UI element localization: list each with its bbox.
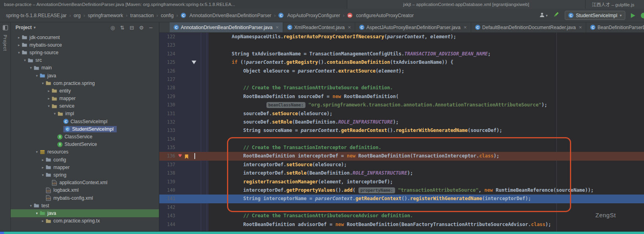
- chevron-down-icon[interactable]: ▾: [34, 211, 39, 215]
- chevron-down-icon[interactable]: ▾: [34, 150, 39, 154]
- breadcrumb-item-org[interactable]: org: [72, 12, 82, 19]
- line-number[interactable]: 144: [159, 220, 177, 229]
- line-number[interactable]: 138: [159, 169, 177, 177]
- tree-item-java[interactable]: ▾java: [11, 72, 159, 79]
- close-icon[interactable]: ×: [579, 24, 582, 30]
- run-button[interactable]: [631, 13, 635, 18]
- line-number[interactable]: 132: [159, 118, 177, 126]
- breakpoint-heart-icon[interactable]: ♥: [178, 153, 182, 159]
- breadcrumb-item-annotationdrivenbeandefinitionparser[interactable]: CAnnotationDrivenBeanDefinitionParser: [180, 12, 272, 19]
- code-line-142[interactable]: 142: [159, 203, 644, 212]
- line-number[interactable]: 124: [159, 50, 177, 58]
- settings-button[interactable]: ⚙: [137, 25, 146, 31]
- project-tool-icon[interactable]: [3, 25, 8, 32]
- line-number[interactable]: 133: [159, 126, 177, 135]
- line-number[interactable]: 128: [159, 84, 177, 92]
- tab-xmlreadercontext-java[interactable]: CXmlReaderContext.java×: [283, 22, 355, 32]
- tree-item-logback-xml[interactable]: </>logback.xml: [11, 187, 159, 194]
- tree-item-mybatis-source[interactable]: ▸mybatis-source: [11, 41, 159, 49]
- tree-item-src[interactable]: ▾src: [11, 57, 159, 64]
- tab-aspectjautoproxybeandefinitionparser-java[interactable]: CAspectJAutoProxyBeanDefinitionParser.ja…: [355, 22, 471, 32]
- hide-button[interactable]: −: [146, 25, 156, 31]
- run-configuration-select[interactable]: C StudentServiceImpl ▾: [565, 11, 625, 20]
- code-line-138[interactable]: 138 interceptorDef.setRole(BeanDefinitio…: [159, 169, 644, 177]
- chevron-right-icon[interactable]: ▸: [46, 96, 51, 100]
- tree-item-spring[interactable]: ▾spring: [11, 171, 159, 179]
- code-line-133[interactable]: 133 String sourceName = parserContext.ge…: [159, 126, 644, 135]
- tree-item-classservice[interactable]: IClassService: [11, 133, 159, 140]
- code-line-141[interactable]: 141 String interceptorName = parserConte…: [159, 195, 644, 203]
- chevron-down-icon[interactable]: ▾: [34, 74, 39, 78]
- code-line-128[interactable]: 128 // Create the TransactionAttributeSo…: [159, 84, 644, 92]
- tree-item-classserviceimpl[interactable]: CClassServiceImpl: [11, 118, 159, 125]
- code-line-126[interactable]: 126 Object eleSource = parserContext.ext…: [159, 67, 644, 75]
- line-number[interactable]: 142: [159, 203, 177, 212]
- collapse-all-button[interactable]: ⊟: [127, 25, 137, 31]
- line-number[interactable]: 141: [159, 195, 177, 203]
- code-line-124[interactable]: 124 String txAdvisorBeanName = Transacti…: [159, 50, 644, 58]
- close-icon[interactable]: ×: [464, 24, 467, 30]
- code-line-136[interactable]: 136♥ RootBeanDefinition interceptorDef =…: [159, 152, 644, 160]
- breadcrumb-item-aopautoproxyconfigurer[interactable]: CAopAutoProxyConfigurer: [277, 12, 341, 19]
- tree-item-main[interactable]: ▾main: [11, 64, 159, 72]
- breadcrumb-item-transaction[interactable]: transaction: [129, 12, 155, 19]
- line-number[interactable]: 140: [159, 186, 177, 195]
- tab-beandefinitionparserdelegate-java[interactable]: CBeanDefinitionParserDelegate.java×: [586, 22, 644, 32]
- tree-item-spring-source[interactable]: ▾spring-source: [11, 49, 159, 56]
- code-editor[interactable]: 122 AopNamespaceUtils.registerAutoProxyC…: [159, 33, 644, 231]
- line-number[interactable]: 130: [159, 101, 177, 109]
- breadcrumb-item-configureautoproxycreator[interactable]: mconfigureAutoProxyCreator: [346, 12, 415, 19]
- code-line-135[interactable]: 135 // Create the TransactionInterceptor…: [159, 144, 644, 152]
- close-icon[interactable]: ×: [276, 24, 279, 30]
- code-line-129[interactable]: 129 RootBeanDefinition sourceDef = new R…: [159, 92, 644, 101]
- line-number[interactable]: 134: [159, 135, 177, 144]
- code-line-137[interactable]: 137 interceptorDef.setSource(eleSource);: [159, 161, 644, 169]
- pencil-button[interactable]: [553, 12, 559, 19]
- chevron-right-icon[interactable]: ▸: [40, 219, 45, 223]
- code-line-123[interactable]: 123: [159, 41, 644, 49]
- tree-item-com-practice-spring-tx[interactable]: ▸com.practice.spring.tx: [11, 217, 159, 225]
- project-tool-button[interactable]: Project: [3, 35, 8, 51]
- line-number[interactable]: 137: [159, 161, 177, 169]
- chevron-right-icon[interactable]: ▸: [40, 158, 45, 162]
- chevron-down-icon[interactable]: ▾: [52, 112, 57, 116]
- tree-item-impl[interactable]: ▾impl: [11, 110, 159, 118]
- breadcrumb-item-spring-tx-5-1-8-release-jar[interactable]: spring-tx-5.1.8.RELEASE.jar: [5, 12, 68, 19]
- tree-item-studentserviceimpl[interactable]: CStudentServiceImpl: [11, 125, 159, 133]
- line-number[interactable]: 131: [159, 110, 177, 118]
- debug-button[interactable]: [641, 13, 644, 18]
- breadcrumb-item-springframework[interactable]: springframework: [86, 12, 124, 19]
- tree-item-entity[interactable]: ▸entity: [11, 87, 159, 94]
- tree-item-config[interactable]: ▸config: [11, 156, 159, 163]
- code-line-130[interactable]: 130 beanClassName: "org.springframework.…: [159, 101, 644, 109]
- code-line-132[interactable]: 132 sourceDef.setRole(BeanDefinition.ROL…: [159, 118, 644, 126]
- chevron-right-icon[interactable]: ▸: [46, 89, 51, 93]
- line-number[interactable]: 126: [159, 67, 177, 75]
- tree-item-jdk-concurrent[interactable]: ▸jdk-concurrent: [11, 33, 159, 41]
- tree-item-test[interactable]: ▾test: [11, 202, 159, 209]
- code-line-127[interactable]: 127: [159, 75, 644, 84]
- code-line-143[interactable]: 143 // Create the TransactionAttributeSo…: [159, 212, 644, 220]
- tree-item-mapper[interactable]: ▸mapper: [11, 95, 159, 102]
- line-number[interactable]: 122: [159, 33, 177, 41]
- chevron-down-icon[interactable]: ▾: [22, 58, 27, 62]
- project-view-select[interactable]: Project ▾: [16, 25, 35, 30]
- chevron-down-icon[interactable]: ▾: [28, 66, 33, 70]
- code-line-134[interactable]: 134: [159, 135, 644, 144]
- tree-item-applicationcontext-xml[interactable]: </>applicationContext.xml: [11, 179, 159, 187]
- tree-item-mybatis-config-xml[interactable]: </>mybatis-config.xml: [11, 194, 159, 202]
- tab-annotationdrivenbeandefinitionparser-java[interactable]: CAnnotationDrivenBeanDefinitionParser.ja…: [170, 22, 283, 32]
- tree-item-java[interactable]: ▾java: [11, 209, 159, 217]
- line-number[interactable]: 135: [159, 144, 177, 152]
- chevron-right-icon[interactable]: ▸: [16, 35, 22, 39]
- tree-item-com-practice-spring[interactable]: ▾com.practice.spring: [11, 79, 159, 87]
- tree-item-resources[interactable]: ▾resources: [11, 148, 159, 156]
- code-line-131[interactable]: 131 sourceDef.setSource(eleSource);: [159, 110, 644, 118]
- code-line-144[interactable]: 144 RootBeanDefinition advisorDef = new …: [159, 220, 644, 229]
- breadcrumb-item-config[interactable]: config: [160, 12, 175, 19]
- code-line-122[interactable]: 122 AopNamespaceUtils.registerAutoProxyC…: [159, 33, 644, 41]
- line-number[interactable]: 123: [159, 41, 177, 49]
- chevron-down-icon[interactable]: ▾: [40, 81, 45, 85]
- chevron-down-icon[interactable]: ▾: [16, 51, 22, 55]
- chevron-right-icon[interactable]: ▸: [16, 43, 22, 47]
